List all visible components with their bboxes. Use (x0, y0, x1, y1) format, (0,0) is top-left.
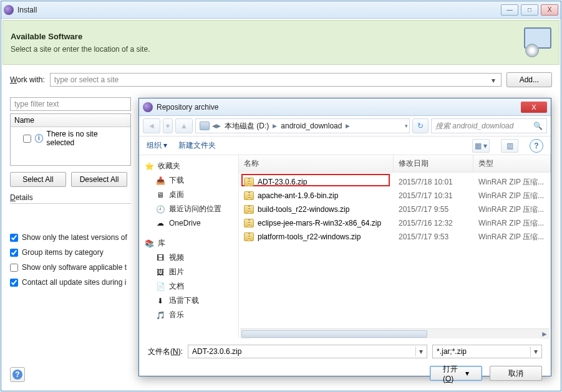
chevron-right-icon[interactable]: ▶ (273, 123, 277, 129)
filter-input[interactable]: type filter text (10, 97, 131, 111)
file-row[interactable]: eclipse-jee-mars-R-win32-x86_64.zip 2015… (239, 216, 551, 230)
filetype-combobox[interactable]: *.jar;*.zip ▾ (432, 345, 542, 358)
sidebar-item-desktop[interactable]: 🖥桌面 (142, 188, 236, 202)
breadcrumb[interactable]: ◀▶ 本地磁盘 (D:) ▶ android_download ▶ ▾ (195, 118, 410, 133)
file-list-pane: 名称 修改日期 类型 ADT-23.0.6.zip 2015/7/18 10:0… (239, 155, 551, 338)
search-input[interactable]: 搜索 android_download 🔍 (431, 118, 547, 133)
drive-icon (200, 122, 210, 130)
minimize-button[interactable]: — (501, 4, 518, 16)
file-row[interactable]: apache-ant-1.9.6-bin.zip 2015/7/17 10:31… (239, 189, 551, 203)
zip-icon (244, 232, 254, 241)
file-row[interactable]: ADT-23.0.6.zip 2015/7/18 10:01 WinRAR ZI… (239, 175, 551, 189)
new-folder-button[interactable]: 新建文件夹 (178, 140, 216, 151)
file-list[interactable]: ADT-23.0.6.zip 2015/7/18 10:01 WinRAR ZI… (239, 173, 551, 328)
zip-icon (244, 191, 254, 200)
banner: Available Software Select a site or ente… (2, 20, 560, 65)
star-icon: ⭐ (144, 161, 154, 171)
sidebar-item-xunlei[interactable]: ⬇迅雷下载 (142, 294, 236, 308)
music-icon: 🎵 (155, 310, 165, 320)
add-button[interactable]: Add... (506, 72, 552, 87)
view-mode-button[interactable]: ▦ ▾ (472, 139, 490, 153)
eclipse-icon (143, 102, 153, 112)
check-contact-sites-box[interactable] (10, 279, 18, 287)
zip-icon (244, 178, 254, 186)
crumb-folder[interactable]: android_download (277, 122, 346, 130)
sidebar-item-documents[interactable]: 📄文档 (142, 279, 236, 294)
work-with-row: Work with: type or select a site ▾ Add..… (1, 66, 561, 93)
nav-up-button[interactable]: ▲ (175, 118, 193, 133)
file-dialog: Repository archive X ◄ ▾ ▲ ◀▶ 本地磁盘 (D:) … (138, 98, 551, 376)
horizontal-scrollbar[interactable]: ◄ ► (240, 328, 550, 338)
recent-icon: 🕘 (155, 204, 165, 214)
col-date[interactable]: 修改日期 (394, 155, 473, 172)
zip-icon (244, 219, 254, 227)
tree-empty-row: i There is no site selected (11, 127, 130, 150)
deselect-all-button[interactable]: Deselect All (71, 172, 127, 187)
col-name[interactable]: 名称 (239, 155, 394, 172)
banner-subtitle: Select a site or enter the location of a… (11, 45, 521, 54)
crumb-drive[interactable]: 本地磁盘 (D:) (221, 121, 273, 131)
col-type[interactable]: 类型 (473, 155, 551, 172)
dialog-toolbar: 组织 ▾ 新建文件夹 ▦ ▾ ▥ ? (139, 136, 551, 155)
dialog-close-button[interactable]: X (521, 102, 547, 113)
open-button[interactable]: 打开(O)▾ (430, 366, 482, 381)
dialog-help-button[interactable]: ? (530, 139, 543, 153)
dialog-navbar: ◄ ▾ ▲ ◀▶ 本地磁盘 (D:) ▶ android_download ▶ … (139, 116, 551, 136)
document-icon: 📄 (155, 282, 165, 292)
tree-empty-checkbox[interactable] (23, 135, 31, 143)
desktop-icon: 🖥 (155, 190, 165, 200)
search-placeholder: 搜索 android_download (435, 121, 513, 131)
info-icon: i (35, 134, 43, 143)
sidebar-item-downloads[interactable]: 📥下载 (142, 173, 236, 188)
software-tree[interactable]: Name i There is no site selected (10, 113, 131, 166)
chevron-right-icon[interactable]: ◀▶ (212, 123, 221, 129)
chevron-down-icon[interactable]: ▾ (415, 347, 425, 356)
preview-pane-button[interactable]: ▥ (501, 139, 518, 153)
video-icon: 🎞 (155, 253, 165, 263)
filename-combobox[interactable]: ADT-23.0.6.zip ▾ (188, 345, 427, 358)
banner-title: Available Software (11, 32, 521, 41)
download-icon: ⬇ (155, 296, 165, 306)
chevron-down-icon[interactable]: ▾ (488, 75, 498, 85)
dialog-body: ⭐收藏夹 📥下载 🖥桌面 🕘最近访问的位置 ☁OneDrive 📚库 🎞视频 🖼… (139, 155, 551, 338)
nav-back-button[interactable]: ◄ (143, 118, 160, 133)
chevron-right-icon[interactable]: ▶ (346, 123, 350, 129)
select-all-button[interactable]: Select All (10, 172, 66, 187)
zip-icon (244, 205, 254, 214)
install-titlebar[interactable]: Install — □ X (1, 1, 561, 19)
organize-menu[interactable]: 组织 ▾ (147, 140, 167, 151)
check-latest-versions-box[interactable] (10, 234, 18, 242)
sidebar-item-onedrive[interactable]: ☁OneDrive (142, 216, 236, 230)
scroll-thumb[interactable] (241, 330, 427, 338)
sidebar-item-pictures[interactable]: 🖼图片 (142, 265, 236, 279)
banner-icon (521, 27, 551, 57)
file-row[interactable]: build-tools_r22-windows.zip 2015/7/17 9:… (239, 203, 551, 216)
refresh-button[interactable]: ↻ (412, 118, 429, 133)
check-group-category-box[interactable] (10, 249, 18, 257)
maximize-button[interactable]: □ (521, 4, 538, 16)
site-placeholder: type or select a site (54, 75, 119, 84)
sidebar-item-music[interactable]: 🎵音乐 (142, 308, 236, 322)
site-combobox[interactable]: type or select a site ▾ (50, 73, 501, 87)
chevron-down-icon[interactable]: ▾ (405, 123, 408, 129)
tree-header-name[interactable]: Name (11, 114, 130, 127)
file-list-header: 名称 修改日期 类型 (239, 155, 551, 173)
check-applicable-box[interactable] (10, 264, 18, 272)
scroll-right-icon[interactable]: ► (540, 329, 550, 339)
file-row[interactable]: platform-tools_r22-windows.zip 2015/7/17… (239, 230, 551, 244)
close-button[interactable]: X (541, 4, 558, 16)
eclipse-icon (4, 5, 14, 15)
filename-value: ADT-23.0.6.zip (192, 347, 241, 356)
cancel-button[interactable]: 取消 (490, 366, 542, 381)
help-button[interactable]: ? (10, 367, 25, 382)
sidebar-item-recent[interactable]: 🕘最近访问的位置 (142, 202, 236, 216)
nav-back-split[interactable]: ▾ (163, 118, 173, 133)
chevron-down-icon[interactable]: ▾ (530, 347, 540, 356)
sidebar-favorites[interactable]: ⭐收藏夹 (142, 159, 236, 173)
sidebar-libraries[interactable]: 📚库 (142, 236, 236, 251)
dialog-titlebar[interactable]: Repository archive X (139, 98, 551, 116)
sidebar-item-videos[interactable]: 🎞视频 (142, 251, 236, 265)
picture-icon: 🖼 (155, 267, 165, 277)
filename-label: 文件名(N): (148, 347, 183, 357)
library-icon: 📚 (144, 239, 154, 249)
